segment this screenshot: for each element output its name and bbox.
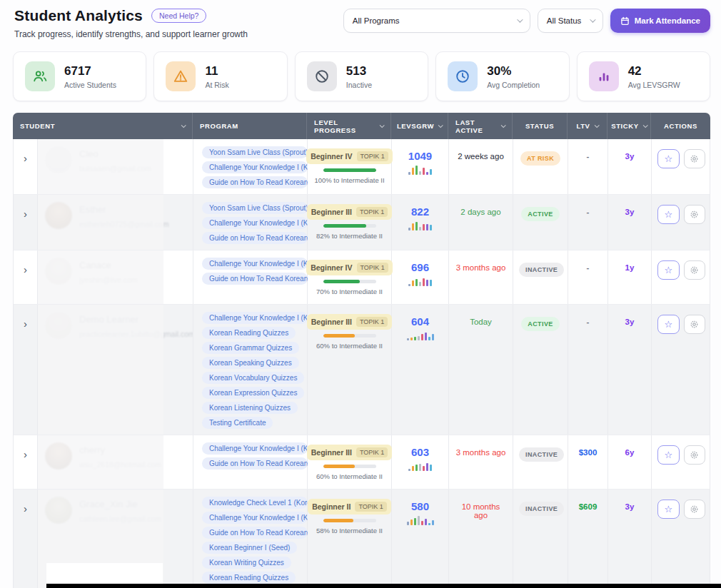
progress-bar [323,465,376,468]
status-filter-value: All Status [547,16,582,25]
program-pill[interactable]: Challenge Your Knowledge I (Korean [202,217,308,229]
need-help-button[interactable]: Need Help? [151,9,206,23]
favorite-button[interactable]: ☆ [657,260,680,280]
settings-button[interactable] [684,260,706,280]
program-pill[interactable]: Guide on How To Read Korean [202,457,308,470]
level-label: Beginner IV [311,263,352,272]
program-filter-select[interactable]: All Programs [343,9,530,33]
gear-icon [690,505,699,514]
student-name: cherry [79,445,161,455]
program-pill[interactable]: Challenge Your Knowledge I (Korean [202,442,308,455]
program-cell: Yoon Ssam Live Class (Sprout)Challenge Y… [193,139,308,194]
program-pill[interactable]: Korean Vocabulary Quizzes [202,372,304,384]
column-header-last-active[interactable]: LAST ACTIVE [448,113,513,139]
sort-icon[interactable] [380,123,385,128]
program-pill[interactable]: Guide on How To Read Korean [202,176,308,188]
program-pill[interactable]: Guide on How To Read Korean [202,273,308,285]
column-header-levsgrw[interactable]: LEVSGRW [391,113,448,139]
program-pill[interactable]: Testing Certificate [202,417,273,429]
expand-row-button[interactable]: › [14,490,38,588]
program-pill[interactable]: Korean Listening Quizzes [202,402,298,414]
actions-cell: ☆ [652,195,711,250]
settings-button[interactable] [684,149,706,168]
favorite-button[interactable]: ☆ [657,500,680,519]
level-label: Beginner III [311,448,352,457]
expand-row-button[interactable]: › [14,435,38,489]
status-cell: INACTIVE [513,250,568,304]
progress-label: 70% to Intermediate II [316,288,383,295]
column-header-sticky[interactable]: STICKY [607,113,651,139]
column-label: ACTIONS [664,122,697,130]
favorite-button[interactable]: ☆ [657,205,680,224]
calendar-icon [620,16,630,26]
levsgrw-value: 580 [411,500,429,512]
sort-icon[interactable] [642,123,647,128]
favorite-button[interactable]: ☆ [657,315,680,334]
column-header-ltv[interactable]: LTV [568,113,607,139]
program-pill[interactable]: Korean Expression Quizzes [202,387,304,399]
column-header-student[interactable]: STUDENT [13,113,193,139]
program-pill[interactable]: Challenge Your Knowledge I (Korean [202,258,308,270]
favorite-button[interactable]: ☆ [657,445,680,465]
settings-button[interactable] [684,445,706,465]
program-pill[interactable]: Challenge Your Knowledge I (Korean [202,312,308,324]
favorite-button[interactable]: ☆ [657,149,680,168]
student-cell[interactable]: Esther estherteh0725@gmail.com [38,195,193,250]
level-badge: Beginner IV TOPIK 1 [306,148,393,164]
student-cell[interactable]: Cleo bulsaaen@gmail.com [38,139,193,194]
chevron-down-icon [517,16,523,22]
settings-button[interactable] [684,315,706,334]
column-header-level-progress[interactable]: LEVEL PROGRESS [307,113,391,139]
program-pill[interactable]: Korean Speaking Quizzes [202,357,299,369]
stat-label: Inactive [346,81,372,89]
expand-row-button[interactable]: › [14,195,38,250]
program-pill[interactable]: Korean Reading Quizzes [202,572,296,584]
ltv-cell: - [568,195,608,250]
expand-row-button[interactable]: › [14,305,38,435]
sort-icon[interactable] [438,123,443,128]
stat-value: 513 [346,64,372,78]
status-badge: AT RISK [520,151,560,166]
expand-row-button[interactable]: › [14,250,38,304]
status-filter-select[interactable]: All Status [538,9,603,33]
student-cell[interactable]: cherry wsu_2618@hotmail.com [38,435,193,489]
ltv-cell: - [568,139,608,194]
star-icon: ☆ [664,209,672,220]
program-pill[interactable]: Challenge Your Knowledge I (Korean [202,161,308,173]
program-pill[interactable]: Yoon Ssam Live Class (Sprout) [202,202,308,214]
student-cell[interactable]: Canace jyeshin@live.com [38,250,193,304]
levsgrw-cell: 1049 [392,139,449,194]
sticky-cell: 3y [608,305,652,435]
status-cell: AT RISK [513,139,568,194]
column-label: STATUS [525,122,554,130]
ban-icon [307,61,337,91]
sort-icon[interactable] [594,123,599,128]
program-pill[interactable]: Korean Grammar Quizzes [202,342,299,354]
program-pill[interactable]: Knowledge Check Level 1 (Korean) [202,497,308,509]
stat-card: 11 At Risk [153,51,287,101]
level-progress-cell: Beginner II TOPIK 1 58% to Intermediate … [308,490,392,588]
gear-icon [690,450,699,460]
program-pill[interactable]: Korean Beginner I (Seed) [202,542,297,554]
level-progress-cell: Beginner IV TOPIK 1 70% to Intermediate … [308,250,392,304]
sort-icon[interactable] [501,123,506,128]
sticky-cell: 3y [608,195,652,250]
program-pill[interactable]: Korean Writing Quizzes [202,557,291,569]
settings-button[interactable] [684,500,706,519]
program-pill[interactable]: Yoon Ssam Live Class (Sprout) [202,146,308,158]
sort-icon[interactable] [181,123,186,128]
program-pill[interactable]: Challenge Your Knowledge I (Korean [202,512,308,524]
mark-attendance-button[interactable]: Mark Attendance [610,9,710,33]
program-pill[interactable]: Guide on How To Read Korean [202,527,308,539]
status-badge: ACTIVE [521,317,559,331]
settings-button[interactable] [684,205,706,224]
warning-triangle-icon [166,61,196,91]
expand-row-button[interactable]: › [14,139,38,194]
stat-value: 42 [628,64,680,78]
program-pill[interactable]: Guide on How To Read Korean [202,232,308,244]
topik-badge: TOPIK 1 [356,317,388,327]
program-cell: Challenge Your Knowledge I (KoreanGuide … [193,435,308,489]
student-cell[interactable]: Demo Learner practicelearner.1ubitto@gma… [38,305,193,435]
program-pill[interactable]: Korean Reading Quizzes [202,327,296,339]
level-progress-cell: Beginner III TOPIK 1 60% to Intermediate… [308,435,392,489]
